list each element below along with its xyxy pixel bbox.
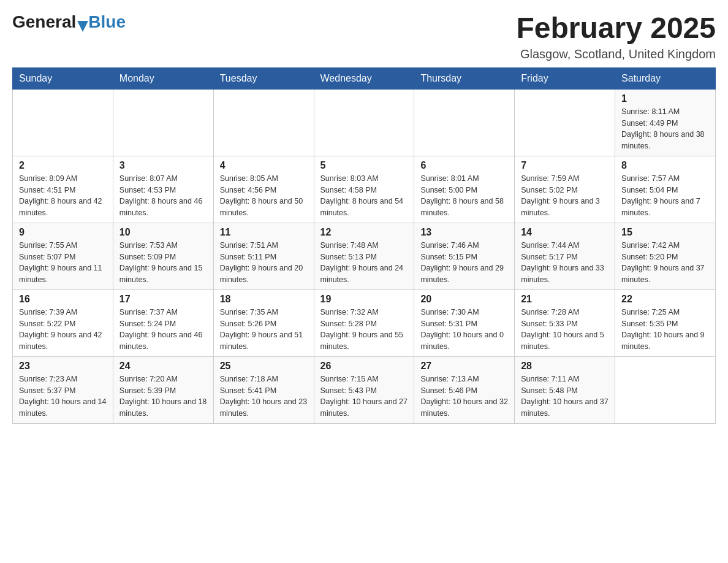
day-info: Sunrise: 7:48 AMSunset: 5:13 PMDaylight:… [320, 240, 408, 286]
title-block: February 2025 Glasgow, Scotland, United … [516, 12, 716, 61]
calendar-week-1: 1Sunrise: 8:11 AMSunset: 4:49 PMDaylight… [13, 89, 716, 156]
day-info: Sunrise: 7:18 AMSunset: 5:41 PMDaylight:… [220, 373, 308, 419]
table-row [213, 89, 314, 156]
table-row: 1Sunrise: 8:11 AMSunset: 4:49 PMDaylight… [615, 89, 716, 156]
day-info: Sunrise: 8:07 AMSunset: 4:53 PMDaylight:… [119, 173, 207, 219]
logo-arrow-icon [77, 21, 88, 32]
table-row: 25Sunrise: 7:18 AMSunset: 5:41 PMDayligh… [213, 356, 314, 423]
day-info: Sunrise: 7:35 AMSunset: 5:26 PMDaylight:… [220, 307, 308, 353]
day-info: Sunrise: 7:39 AMSunset: 5:22 PMDaylight:… [19, 307, 107, 353]
table-row: 2Sunrise: 8:09 AMSunset: 4:51 PMDaylight… [13, 156, 113, 223]
table-row: 13Sunrise: 7:46 AMSunset: 5:15 PMDayligh… [414, 223, 515, 289]
day-number: 16 [19, 294, 107, 305]
table-row: 11Sunrise: 7:51 AMSunset: 5:11 PMDayligh… [213, 223, 314, 289]
day-info: Sunrise: 7:37 AMSunset: 5:24 PMDaylight:… [119, 307, 207, 353]
day-info: Sunrise: 8:11 AMSunset: 4:49 PMDaylight:… [621, 106, 709, 152]
table-row: 8Sunrise: 7:57 AMSunset: 5:04 PMDaylight… [615, 156, 716, 223]
day-number: 8 [621, 160, 709, 171]
day-number: 4 [220, 160, 308, 171]
calendar-week-5: 23Sunrise: 7:23 AMSunset: 5:37 PMDayligh… [13, 356, 716, 423]
table-row: 23Sunrise: 7:23 AMSunset: 5:37 PMDayligh… [13, 356, 113, 423]
day-number: 24 [119, 361, 207, 372]
table-row: 7Sunrise: 7:59 AMSunset: 5:02 PMDaylight… [515, 156, 615, 223]
day-info: Sunrise: 7:55 AMSunset: 5:07 PMDaylight:… [19, 240, 107, 286]
day-info: Sunrise: 7:59 AMSunset: 5:02 PMDaylight:… [521, 173, 609, 219]
day-number: 14 [521, 227, 609, 238]
calendar-header-row: Sunday Monday Tuesday Wednesday Thursday… [13, 67, 716, 89]
day-info: Sunrise: 7:51 AMSunset: 5:11 PMDaylight:… [220, 240, 308, 286]
logo-general: General [12, 12, 76, 32]
table-row: 28Sunrise: 7:11 AMSunset: 5:48 PMDayligh… [515, 356, 615, 423]
table-row: 27Sunrise: 7:13 AMSunset: 5:46 PMDayligh… [414, 356, 515, 423]
table-row: 20Sunrise: 7:30 AMSunset: 5:31 PMDayligh… [414, 289, 515, 356]
table-row: 3Sunrise: 8:07 AMSunset: 4:53 PMDaylight… [113, 156, 213, 223]
table-row [414, 89, 515, 156]
day-info: Sunrise: 7:13 AMSunset: 5:46 PMDaylight:… [420, 373, 508, 419]
day-number: 22 [621, 294, 709, 305]
day-number: 27 [420, 361, 508, 372]
table-row [113, 89, 213, 156]
day-info: Sunrise: 7:23 AMSunset: 5:37 PMDaylight:… [19, 373, 107, 419]
day-info: Sunrise: 7:44 AMSunset: 5:17 PMDaylight:… [521, 240, 609, 286]
table-row: 21Sunrise: 7:28 AMSunset: 5:33 PMDayligh… [515, 289, 615, 356]
day-number: 7 [521, 160, 609, 171]
calendar-subtitle: Glasgow, Scotland, United Kingdom [516, 47, 716, 61]
table-row: 26Sunrise: 7:15 AMSunset: 5:43 PMDayligh… [314, 356, 414, 423]
col-friday: Friday [515, 67, 615, 89]
page-header: General Blue February 2025 Glasgow, Scot… [12, 12, 716, 61]
day-number: 5 [320, 160, 408, 171]
day-number: 9 [19, 227, 107, 238]
day-number: 20 [420, 294, 508, 305]
table-row: 5Sunrise: 8:03 AMSunset: 4:58 PMDaylight… [314, 156, 414, 223]
table-row: 12Sunrise: 7:48 AMSunset: 5:13 PMDayligh… [314, 223, 414, 289]
day-number: 18 [220, 294, 308, 305]
table-row [13, 89, 113, 156]
table-row: 14Sunrise: 7:44 AMSunset: 5:17 PMDayligh… [515, 223, 615, 289]
col-tuesday: Tuesday [213, 67, 314, 89]
day-info: Sunrise: 7:20 AMSunset: 5:39 PMDaylight:… [119, 373, 207, 419]
calendar-title: February 2025 [516, 12, 716, 45]
day-number: 12 [320, 227, 408, 238]
day-number: 26 [320, 361, 408, 372]
day-number: 10 [119, 227, 207, 238]
day-info: Sunrise: 8:03 AMSunset: 4:58 PMDaylight:… [320, 173, 408, 219]
table-row: 4Sunrise: 8:05 AMSunset: 4:56 PMDaylight… [213, 156, 314, 223]
table-row: 15Sunrise: 7:42 AMSunset: 5:20 PMDayligh… [615, 223, 716, 289]
table-row: 24Sunrise: 7:20 AMSunset: 5:39 PMDayligh… [113, 356, 213, 423]
logo: General Blue [12, 12, 126, 32]
day-info: Sunrise: 8:01 AMSunset: 5:00 PMDaylight:… [420, 173, 508, 219]
day-number: 3 [119, 160, 207, 171]
table-row: 6Sunrise: 8:01 AMSunset: 5:00 PMDaylight… [414, 156, 515, 223]
table-row: 16Sunrise: 7:39 AMSunset: 5:22 PMDayligh… [13, 289, 113, 356]
day-info: Sunrise: 7:15 AMSunset: 5:43 PMDaylight:… [320, 373, 408, 419]
col-thursday: Thursday [414, 67, 515, 89]
table-row: 9Sunrise: 7:55 AMSunset: 5:07 PMDaylight… [13, 223, 113, 289]
day-number: 1 [621, 93, 709, 104]
day-info: Sunrise: 7:57 AMSunset: 5:04 PMDaylight:… [621, 173, 709, 219]
day-number: 2 [19, 160, 107, 171]
day-number: 19 [320, 294, 408, 305]
table-row [515, 89, 615, 156]
day-info: Sunrise: 7:42 AMSunset: 5:20 PMDaylight:… [621, 240, 709, 286]
day-info: Sunrise: 7:30 AMSunset: 5:31 PMDaylight:… [420, 307, 508, 353]
day-number: 15 [621, 227, 709, 238]
day-number: 23 [19, 361, 107, 372]
calendar-table: Sunday Monday Tuesday Wednesday Thursday… [12, 67, 716, 424]
table-row: 10Sunrise: 7:53 AMSunset: 5:09 PMDayligh… [113, 223, 213, 289]
day-info: Sunrise: 8:09 AMSunset: 4:51 PMDaylight:… [19, 173, 107, 219]
day-info: Sunrise: 7:53 AMSunset: 5:09 PMDaylight:… [119, 240, 207, 286]
day-number: 17 [119, 294, 207, 305]
day-number: 11 [220, 227, 308, 238]
day-number: 6 [420, 160, 508, 171]
table-row: 18Sunrise: 7:35 AMSunset: 5:26 PMDayligh… [213, 289, 314, 356]
col-saturday: Saturday [615, 67, 716, 89]
col-monday: Monday [113, 67, 213, 89]
day-number: 21 [521, 294, 609, 305]
day-number: 28 [521, 361, 609, 372]
day-info: Sunrise: 7:11 AMSunset: 5:48 PMDaylight:… [521, 373, 609, 419]
day-info: Sunrise: 7:25 AMSunset: 5:35 PMDaylight:… [621, 307, 709, 353]
day-number: 25 [220, 361, 308, 372]
logo-blue: Blue [88, 12, 126, 32]
day-info: Sunrise: 7:46 AMSunset: 5:15 PMDaylight:… [420, 240, 508, 286]
table-row [314, 89, 414, 156]
